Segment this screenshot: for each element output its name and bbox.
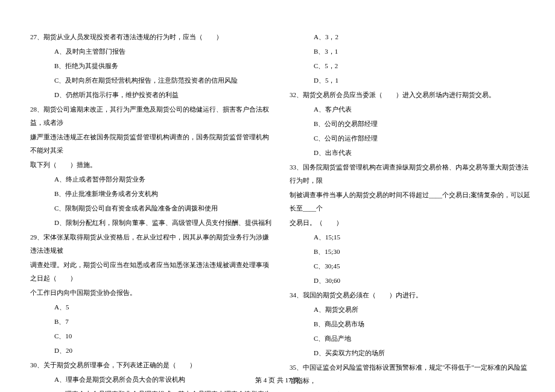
question-28-option-c: C、限制期货公司自有资金或者风险准备金的调拨和使用 [54,201,271,215]
question-29-option-d: D、20 [54,344,271,357]
page-footer: 第 4 页 共 17 页 [0,376,555,385]
question-28-option-b: B、停止批准新增业务或者分支机构 [54,187,271,200]
question-30-text: 30、关于期货交易所理事会，下列表述正确的是（ ） [30,358,271,371]
question-27-option-c: C、及时向所在期货经营机构报告，注意防范投资者的信用风险 [54,74,271,87]
question-32-option-c: C、公司的运作部经理 [314,131,531,145]
question-29-option-a: A、5 [54,300,271,314]
question-33-option-c: C、30;45 [314,259,531,273]
question-29-text-line1: 29、宋体张某取得期货从业资格后，在从业过程中，因其从事的期货业务行为涉嫌违法违… [30,230,271,257]
question-28-text-line3: 取下列（ ）措施。 [30,158,271,171]
question-31-option-a: A、3，2 [314,30,531,43]
question-33-option-a: A、15;15 [314,230,531,244]
question-33-option-d: D、30;60 [314,274,531,287]
question-29-text-line3: 个工作日内向中国期货业协会报告。 [30,286,271,299]
question-33-text-line2: 制被调查事件当事人的期货交易的时间不得超过____个交易日;案情复杂的，可以延长… [290,188,531,215]
page-container: 27、期货从业人员发现投资者有违法违规的行为时，应当（ ） A、及时向主管部门报… [0,0,555,392]
question-28-option-d: D、限制分配红利，限制向董事、监事、高级管理人员支付报酬、提供福利 [54,216,271,229]
question-35-text-line2: 其预警标准是规定标准的（ ） [290,388,531,392]
question-31-option-d: D、5，1 [314,74,531,87]
question-34-option-a: A、期货交易所 [314,303,531,316]
question-28-text-line1: 28、期货公司逾期未改正，其行为严重危及期货公司的稳健运行、损害客户合法权益，或… [30,103,271,129]
question-31-option-b: B、3，1 [314,45,531,58]
question-33-text-line3: 交易日。（ ） [290,216,531,229]
question-28-option-a: A、终止或者暂停部分期货业务 [54,172,271,186]
question-28-text-line2: 嫌严重违法违规正在被国务院期货监督管理机构调查的，国务院期货监督管理机构不能对其… [30,130,271,157]
question-32-text: 32、期货交易所会员应当委派（ ）进入交易所场内进行期货交易。 [290,88,531,101]
question-29-option-b: B、7 [54,315,271,328]
question-29-text-line2: 调查处理。对此，期货公司应当在知悉或者应当知悉张某违法违规被调查处理事项之日起（… [30,258,271,285]
question-27-option-a: A、及时向主管部门报告 [54,45,271,58]
question-34-option-c: C、商品产地 [314,332,531,345]
question-27-option-b: B、拒绝为其提供服务 [54,59,271,72]
question-32-option-d: D、出市代表 [314,146,531,159]
question-27-text: 27、期货从业人员发现投资者有违法违规的行为时，应当（ ） [30,30,271,43]
left-column: 27、期货从业人员发现投资者有违法违规的行为时，应当（ ） A、及时向主管部门报… [30,30,271,374]
question-33-option-b: B、15;30 [314,245,531,258]
question-32-option-b: B、公司的交易部经理 [314,117,531,130]
question-34-option-d: D、买卖双方约定的场所 [314,346,531,359]
question-32-option-a: A、客户代表 [314,103,531,116]
question-29-option-c: C、10 [54,329,271,343]
question-30-option-b: B、理事会由会员理事和非会员理事组成，其中会员理事由理事会选举产生 [54,387,271,392]
question-27-option-d: D、仍然听其指示行事，维护投资者的利益 [54,88,271,101]
question-33-text-line1: 33、国务院期货监督管理机构在调查操纵期货交易价格、内幕交易等重大期货违法行为时… [290,160,531,187]
question-31-option-c: C、5，2 [314,59,531,72]
question-34-option-b: B、商品交易市场 [314,317,531,330]
question-34-text: 34、我国的期货交易必须在（ ）内进行。 [290,288,531,302]
right-column: A、3，2 B、3，1 C、5，2 D、5，1 32、期货交易所会员应当委派（ … [290,30,531,374]
